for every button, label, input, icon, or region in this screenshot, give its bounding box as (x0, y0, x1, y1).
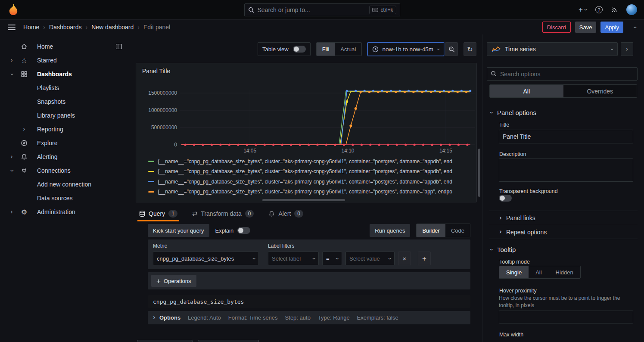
panel-options-section[interactable]: Panel options (490, 109, 536, 116)
sidebar-item-starred[interactable]: Starred (0, 53, 130, 67)
actual-option[interactable]: Actual (335, 43, 361, 56)
sidebar-item-alerting[interactable]: Alerting (0, 150, 130, 164)
legend-scrollbar[interactable] (262, 199, 345, 201)
add-operation-button[interactable]: Operations (151, 275, 196, 287)
panel-links-section[interactable]: Panel links (489, 211, 638, 225)
repeat-options-section[interactable]: Repeat options (489, 225, 638, 239)
refresh-button[interactable] (464, 42, 476, 56)
description-input[interactable] (499, 159, 633, 182)
legend-item[interactable]: {__name__="cnpg_pg_database_size_bytes",… (148, 156, 474, 167)
sidebar-item-add-new-connection[interactable]: Add new connection (0, 177, 130, 191)
chevron-right-icon[interactable] (10, 57, 13, 64)
main-scrollbar[interactable] (478, 149, 480, 197)
sidebar-item-playlists[interactable]: Playlists (0, 81, 130, 95)
metric-select[interactable]: cnpg_pg_database_size_bytes (153, 252, 259, 265)
breadcrumb-dashboards[interactable]: Dashboards (49, 24, 82, 31)
chevron-right-icon[interactable] (23, 126, 25, 133)
kick-start-query-button[interactable]: Kick start your query (148, 224, 209, 237)
tab-all[interactable]: All (490, 85, 563, 97)
time-series-chart[interactable]: 14:0514:1014:150500000000100000000015000… (136, 84, 476, 156)
tooltip-section[interactable]: Tooltip (490, 246, 516, 253)
time-range-picker[interactable]: now-1h to now-45m (367, 42, 444, 56)
sidebar-item-library-panels[interactable]: Library panels (0, 109, 130, 122)
search-options-input[interactable] (487, 67, 638, 81)
legend-item[interactable]: {__name__="cnpg_pg_database_size_bytes",… (148, 177, 474, 187)
add-expression-button-partial[interactable] (198, 340, 259, 342)
news-button[interactable] (611, 6, 618, 13)
breadcrumb-edit-panel: Edit panel (143, 24, 170, 31)
tooltip-mode-all[interactable]: All (529, 266, 548, 278)
tab-overrides[interactable]: Overrides (563, 85, 637, 97)
tooltip-mode-single[interactable]: Single (499, 266, 529, 278)
chevron-down-icon (435, 48, 442, 50)
search-icon (491, 71, 497, 77)
builder-option[interactable]: Builder (417, 224, 445, 237)
collapse-pane-button[interactable] (621, 42, 633, 56)
tab-query[interactable]: Query 1 (137, 207, 179, 221)
operations-label: Operations (164, 278, 191, 284)
grafana-logo[interactable] (7, 3, 20, 16)
svg-text:1000000000: 1000000000 (148, 107, 177, 113)
global-search[interactable]: Search or jump to... ctrl+k (244, 3, 400, 16)
add-filter-button[interactable] (418, 252, 431, 265)
query-count-badge: 1 (168, 210, 177, 218)
chevron-right-icon[interactable] (10, 154, 13, 160)
sidebar-item-dashboards[interactable]: Dashboards (0, 67, 130, 81)
sidebar-item-explore[interactable]: Explore (0, 136, 130, 150)
user-avatar[interactable] (626, 4, 637, 15)
sidebar-item-home[interactable]: Home (0, 40, 130, 53)
topbar: Search or jump to... ctrl+k (0, 0, 644, 20)
sidebar-item-snapshots[interactable]: Snapshots (0, 95, 130, 109)
sidebar-item-reporting[interactable]: Reporting (0, 122, 130, 136)
breadcrumb-home[interactable]: Home (23, 24, 39, 31)
svg-text:1500000000: 1500000000 (148, 90, 177, 96)
breadcrumb-new-dashboard[interactable]: New dashboard (91, 24, 134, 31)
discard-button[interactable]: Discard (542, 22, 571, 33)
option-step: Step: auto (285, 314, 311, 321)
tab-query-label: Query (149, 210, 165, 217)
apply-button[interactable]: Apply (600, 22, 623, 33)
fill-actual-group: Fill Actual (316, 42, 362, 56)
panel-title[interactable]: Panel Title (142, 68, 170, 75)
fill-option[interactable]: Fill (317, 43, 335, 56)
dock-sidebar-icon[interactable] (115, 44, 122, 50)
hover-proximity-input[interactable] (499, 311, 633, 323)
query-options-row[interactable]: Options Legend: Auto Format: Time series… (148, 311, 470, 324)
sidebar-item-label: Alerting (37, 153, 57, 160)
sidebar-item-data-sources[interactable]: Data sources (0, 191, 130, 205)
select-label-dropdown[interactable]: Select label (268, 252, 319, 265)
explain-toggle[interactable] (237, 227, 250, 234)
select-value-dropdown[interactable]: Select value (345, 252, 395, 265)
breadcrumb-bar: Home Dashboards New dashboard Edit panel… (0, 20, 644, 34)
svg-text:14:10: 14:10 (341, 148, 354, 154)
run-queries-button[interactable]: Run queries (370, 224, 410, 237)
legend-item[interactable]: {__name__="cnpg_pg_database_size_bytes",… (148, 167, 474, 177)
table-view-toggle[interactable] (293, 46, 306, 53)
panel-title-input[interactable] (499, 130, 633, 143)
keyboard-icon (372, 8, 378, 12)
search-icon (248, 7, 254, 13)
menu-icon[interactable] (8, 25, 16, 30)
add-query-button-partial[interactable] (137, 340, 193, 342)
tooltip-mode-group: Single All Hidden (499, 266, 581, 279)
visualization-picker[interactable]: Time series (487, 42, 618, 56)
table-view-control: Table view (258, 42, 311, 56)
sidebar-item-connections[interactable]: Connections (0, 164, 130, 177)
sidebar-item-administration[interactable]: Administration (0, 205, 130, 219)
chevron-right-icon[interactable] (10, 209, 13, 215)
remove-filter-button[interactable] (398, 252, 411, 265)
help-button[interactable] (595, 6, 603, 13)
new-button[interactable] (579, 6, 587, 13)
save-button[interactable]: Save (575, 22, 597, 33)
chevron-down-icon[interactable] (9, 169, 15, 172)
legend-item[interactable]: {__name__="cnpg_pg_database_size_bytes",… (148, 187, 474, 197)
tab-alert[interactable]: Alert 0 (267, 207, 305, 221)
code-option[interactable]: Code (445, 224, 470, 237)
tab-transform[interactable]: Transform data 0 (190, 207, 256, 221)
transparent-background-toggle[interactable] (499, 195, 512, 202)
zoom-out-button[interactable] (445, 42, 458, 56)
chevron-down-icon[interactable] (9, 73, 15, 75)
operator-dropdown[interactable]: = (322, 252, 342, 265)
tooltip-mode-hidden[interactable]: Hidden (549, 266, 580, 278)
collapse-header-icon[interactable] (632, 26, 638, 28)
